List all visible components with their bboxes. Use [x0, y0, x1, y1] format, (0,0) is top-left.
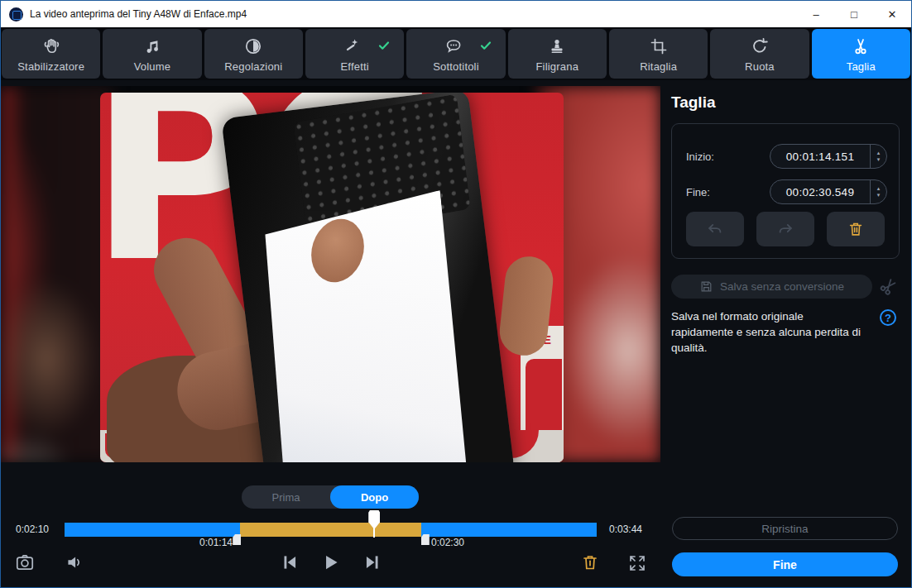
tab-stabilizzatore[interactable]: Stabilizzatore — [2, 29, 100, 79]
titlebar: La video anteprima del Tiny A48W di Enfa… — [1, 1, 911, 27]
tab-label: Ritaglia — [640, 60, 677, 73]
tab-label: Regolazioni — [224, 60, 282, 73]
window-title: La video anteprima del Tiny A48W di Enfa… — [30, 8, 247, 20]
close-button[interactable]: ✕ — [873, 1, 911, 27]
app-logo-icon — [9, 7, 23, 22]
video-preview: PC L E — [1, 86, 660, 462]
trash-icon — [847, 220, 865, 238]
start-time-value[interactable]: 00:01:14.151 — [770, 151, 870, 163]
toolbar: Stabilizzatore Volume Regolazioni Effett… — [1, 27, 911, 80]
tab-regolazioni[interactable]: Regolazioni — [204, 29, 303, 79]
floppy-disk-icon — [699, 280, 713, 294]
tab-label: Ruota — [745, 60, 775, 73]
timeline-segment — [421, 523, 597, 537]
redo-button[interactable] — [756, 212, 814, 246]
timeline-start-time: 0:02:10 — [16, 523, 49, 535]
crop-icon — [649, 36, 669, 56]
contrast-icon — [243, 36, 263, 56]
trim-groupbox: Inizio: 00:01:14.151 ▲▼ Fine: 00:02:30.5… — [671, 123, 900, 259]
delete-trim-button[interactable] — [827, 212, 885, 246]
tab-ruota[interactable]: Ruota — [710, 29, 809, 79]
cut-panel: Taglia Inizio: 00:01:14.151 ▲▼ Fine: 00:… — [660, 80, 912, 588]
start-time-field[interactable]: 00:01:14.151 ▲▼ — [770, 144, 887, 169]
speech-bubble-icon — [444, 36, 463, 56]
before-button[interactable]: Prima — [242, 485, 330, 509]
fullscreen-icon[interactable] — [627, 553, 647, 573]
phone-screen — [251, 190, 474, 462]
tab-label: Stabilizzatore — [17, 60, 84, 73]
app-window: La video anteprima del Tiny A48W di Enfa… — [0, 0, 912, 588]
check-icon — [479, 39, 492, 52]
magic-wand-icon — [343, 36, 362, 56]
trim-end-handle[interactable] — [421, 534, 430, 545]
tab-sottotitoli[interactable]: Sottotitoli — [406, 29, 505, 79]
minimize-button[interactable]: – — [797, 1, 835, 27]
volume-speaker-icon[interactable] — [64, 552, 85, 573]
timeline-end-time: 0:03:44 — [609, 523, 642, 535]
hand-icon — [41, 36, 61, 56]
stamp-icon — [547, 36, 567, 56]
finish-button[interactable]: Fine — [672, 552, 898, 576]
save-button-label: Salva senza conversione — [720, 280, 844, 293]
start-spinner[interactable]: ▲▼ — [870, 145, 886, 168]
tab-label: Taglia — [847, 60, 876, 73]
end-spinner[interactable]: ▲▼ — [870, 180, 886, 203]
tab-taglia[interactable]: Taglia — [812, 29, 910, 79]
start-label: Inizio: — [686, 151, 714, 163]
compare-toggle: Prima Dopo — [242, 485, 419, 509]
after-button[interactable]: Dopo — [330, 485, 419, 509]
timeline-segment — [65, 523, 240, 537]
end-label: Fine: — [686, 186, 710, 198]
tab-label: Sottotitoli — [433, 60, 479, 73]
video-frame: PC L E — [100, 93, 564, 462]
timeline-track[interactable] — [65, 523, 597, 537]
end-time-value[interactable]: 00:02:30.549 — [770, 186, 870, 198]
help-icon[interactable]: ? — [880, 309, 896, 326]
delete-segment-trash-icon[interactable] — [580, 552, 600, 573]
tab-effetti[interactable]: Effetti — [305, 29, 404, 79]
scissors-icon — [851, 36, 871, 56]
tab-label: Volume — [134, 60, 171, 73]
tab-ritaglia[interactable]: Ritaglia — [609, 29, 708, 79]
phone — [221, 93, 515, 462]
save-without-conversion-button[interactable]: Salva senza conversione — [671, 275, 872, 299]
previous-frame-button[interactable] — [279, 552, 300, 573]
save-description: Salva nel formato originale rapidamente … — [671, 308, 862, 356]
check-icon — [377, 39, 391, 52]
timeline-selected-segment — [240, 523, 421, 537]
snapshot-camera-icon[interactable] — [14, 552, 36, 573]
tab-label: Effetti — [340, 60, 368, 73]
redo-icon — [776, 220, 794, 238]
rotate-icon — [750, 36, 770, 56]
play-button[interactable] — [320, 552, 342, 573]
no-conversion-scissors-icon — [878, 275, 900, 297]
maximize-button[interactable]: □ — [835, 1, 873, 27]
player-controls — [1, 547, 660, 583]
end-time-field[interactable]: 00:02:30.549 ▲▼ — [770, 179, 887, 204]
next-frame-button[interactable] — [362, 552, 383, 573]
trim-start-handle[interactable] — [233, 534, 241, 545]
tab-filigrana[interactable]: Filigrana — [508, 29, 607, 79]
undo-icon — [706, 220, 724, 238]
tab-label: Filigrana — [535, 60, 578, 73]
restore-button[interactable]: Ripristina — [672, 517, 898, 540]
tab-volume[interactable]: Volume — [103, 29, 201, 79]
undo-button[interactable] — [686, 212, 744, 246]
music-note-icon — [142, 36, 162, 56]
panel-title: Taglia — [671, 93, 716, 112]
